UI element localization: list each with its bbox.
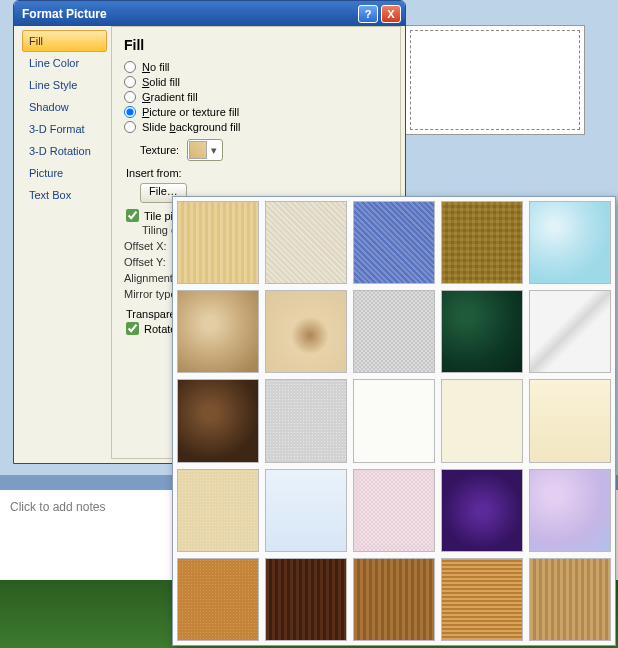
notes-placeholder-text: Click to add notes [10, 500, 105, 514]
radio-no-fill-label[interactable]: No fill [142, 61, 170, 73]
texture-water-droplets[interactable] [529, 201, 611, 284]
texture-woven-mat[interactable] [441, 201, 523, 284]
texture-parchment[interactable] [441, 379, 523, 462]
sidebar-item-3d-rotation[interactable]: 3-D Rotation [22, 140, 107, 162]
texture-palette-popup [172, 196, 616, 646]
texture-cork[interactable] [177, 558, 259, 641]
texture-granite[interactable] [353, 290, 435, 373]
rotate-checkbox[interactable] [126, 322, 139, 335]
dialog-sidebar: Fill Line Color Line Style Shadow 3-D Fo… [18, 26, 111, 459]
dialog-title: Format Picture [22, 7, 107, 21]
radio-gradient-fill[interactable] [124, 91, 136, 103]
texture-purple-mesh[interactable] [441, 469, 523, 552]
radio-gradient-fill-row: Gradient fill [124, 91, 388, 103]
window-buttons: ? X [358, 5, 401, 23]
texture-recycled-paper[interactable] [353, 379, 435, 462]
slide-canvas [405, 25, 585, 135]
radio-gradient-fill-label[interactable]: Gradient fill [142, 91, 198, 103]
texture-stationery[interactable] [529, 379, 611, 462]
insert-from-label: Insert from: [126, 167, 388, 179]
texture-oak[interactable] [177, 201, 259, 284]
texture-medium-wood[interactable] [353, 558, 435, 641]
radio-picture-texture-fill-label[interactable]: Picture or texture fill [142, 106, 239, 118]
dialog-titlebar[interactable]: Format Picture ? X [14, 1, 405, 26]
texture-dropdown[interactable]: ▾ [187, 139, 223, 161]
help-button[interactable]: ? [358, 5, 378, 23]
radio-no-fill-row: No fill [124, 61, 388, 73]
radio-solid-fill[interactable] [124, 76, 136, 88]
texture-light-wood[interactable] [529, 558, 611, 641]
tile-checkbox[interactable] [126, 209, 139, 222]
sidebar-item-3d-format[interactable]: 3-D Format [22, 118, 107, 140]
texture-canvas[interactable] [265, 201, 347, 284]
radio-picture-texture-fill[interactable] [124, 106, 136, 118]
sidebar-item-shadow[interactable]: Shadow [22, 96, 107, 118]
texture-pink-tissue[interactable] [353, 469, 435, 552]
picture-placeholder[interactable] [410, 30, 580, 130]
texture-sand[interactable] [177, 469, 259, 552]
radio-slide-bg-fill-label[interactable]: Slide background fill [142, 121, 240, 133]
texture-walnut[interactable] [265, 558, 347, 641]
radio-slide-bg-fill[interactable] [124, 121, 136, 133]
radio-slide-bg-fill-row: Slide background fill [124, 121, 388, 133]
radio-picture-texture-fill-row: Picture or texture fill [124, 106, 388, 118]
texture-newsprint[interactable] [265, 379, 347, 462]
texture-brown-marble[interactable] [177, 379, 259, 462]
texture-dark-oak[interactable] [441, 558, 523, 641]
texture-swatch-icon [189, 141, 207, 159]
texture-green-marble[interactable] [441, 290, 523, 373]
texture-paper-bag[interactable] [177, 290, 259, 373]
sidebar-item-line-style[interactable]: Line Style [22, 74, 107, 96]
texture-blue-tissue[interactable] [265, 469, 347, 552]
texture-white-marble[interactable] [529, 290, 611, 373]
radio-no-fill[interactable] [124, 61, 136, 73]
sidebar-item-picture[interactable]: Picture [22, 162, 107, 184]
alignment-label: Alignment: [124, 272, 176, 284]
sidebar-item-fill[interactable]: Fill [22, 30, 107, 52]
offset-y-label: Offset Y: [124, 256, 166, 268]
texture-fish-fossil[interactable] [265, 290, 347, 373]
offset-x-label: Offset X: [124, 240, 167, 252]
fill-heading: Fill [124, 37, 388, 53]
texture-grid [177, 201, 611, 641]
close-button[interactable]: X [381, 5, 401, 23]
radio-solid-fill-label[interactable]: Solid fill [142, 76, 180, 88]
radio-solid-fill-row: Solid fill [124, 76, 388, 88]
texture-bouquet[interactable] [529, 469, 611, 552]
texture-denim[interactable] [353, 201, 435, 284]
sidebar-item-text-box[interactable]: Text Box [22, 184, 107, 206]
texture-row: Texture: ▾ [140, 139, 388, 161]
sidebar-item-line-color[interactable]: Line Color [22, 52, 107, 74]
chevron-down-icon: ▾ [207, 144, 221, 157]
texture-label: Texture: [140, 144, 179, 156]
